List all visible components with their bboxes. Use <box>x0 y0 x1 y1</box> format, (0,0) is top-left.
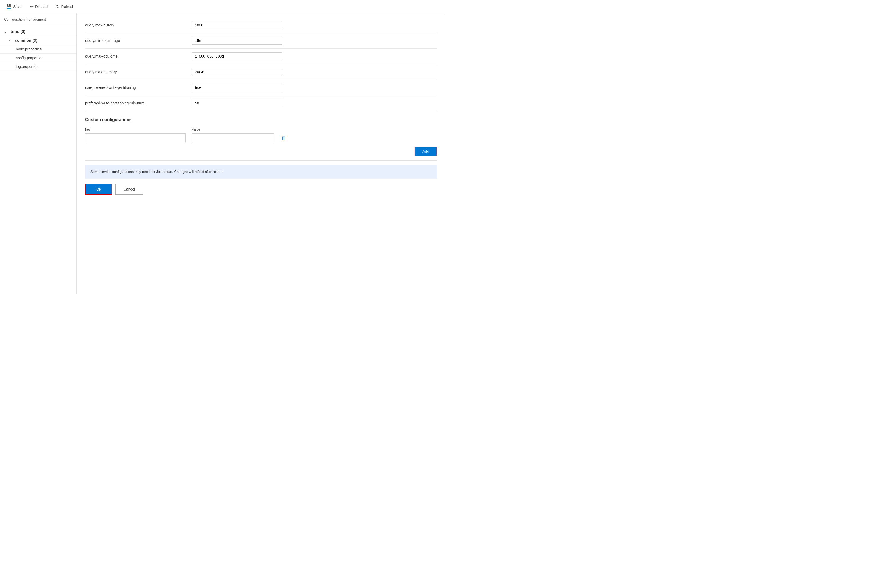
config-row: query.min-expire-age <box>85 33 437 49</box>
ok-button[interactable]: Ok <box>85 184 112 195</box>
info-banner: Some service configurations may need ser… <box>85 165 437 178</box>
custom-config-row: 🗑 <box>85 134 437 142</box>
config-key-3: query.max-memory <box>85 70 186 74</box>
tree-label-trino: trino (3) <box>11 29 26 33</box>
add-btn-row: Add <box>85 147 437 160</box>
panel-title: Configuration management <box>0 13 77 25</box>
config-key-0: query.max-history <box>85 23 186 27</box>
tree-item-common[interactable]: ∨ common (3) <box>0 36 77 45</box>
refresh-icon: ↻ <box>56 4 60 9</box>
tree-root: ∨ trino (3) ∨ common (3) node.properties… <box>0 25 77 73</box>
tree-leaf-log-properties[interactable]: log.properties <box>0 62 77 71</box>
refresh-button[interactable]: ↻ Refresh <box>54 3 76 10</box>
config-value-input-2[interactable] <box>192 52 282 60</box>
config-section: query.max-historyquery.min-expire-ageque… <box>85 13 437 195</box>
trash-icon: 🗑 <box>281 135 286 141</box>
discard-icon: ↩ <box>30 4 34 9</box>
discard-button[interactable]: ↩ Discard <box>28 3 50 10</box>
tree-leaf-config-properties[interactable]: config.properties <box>0 54 77 62</box>
config-row: query.max-memory <box>85 64 437 80</box>
main-layout: Configuration management ∨ trino (3) ∨ c… <box>0 13 446 294</box>
config-row: query.max-cpu-time <box>85 49 437 64</box>
chevron-down-icon-common: ∨ <box>9 39 13 42</box>
custom-key-input[interactable] <box>85 134 186 142</box>
left-panel: Configuration management ∨ trino (3) ∨ c… <box>0 13 77 294</box>
delete-custom-row-button[interactable]: 🗑 <box>280 134 287 142</box>
save-icon: 💾 <box>6 4 12 9</box>
config-rows-container: query.max-historyquery.min-expire-ageque… <box>85 18 437 111</box>
config-key-4: use-preferred-write-partitioning <box>85 86 186 90</box>
col-label-key: key <box>85 128 186 131</box>
custom-config-header: key value <box>85 128 437 131</box>
config-key-1: query.min-expire-age <box>85 39 186 43</box>
col-label-value: value <box>192 128 437 131</box>
tree-label-common: common (3) <box>15 38 37 42</box>
custom-config-title: Custom configurations <box>85 117 437 122</box>
cancel-button[interactable]: Cancel <box>115 184 143 195</box>
custom-value-input[interactable] <box>192 134 274 142</box>
tree-leaf-node-properties[interactable]: node.properties <box>0 45 77 54</box>
config-row: preferred-write-partitioning-min-num... <box>85 95 437 111</box>
config-value-input-3[interactable] <box>192 68 282 76</box>
config-value-input-1[interactable] <box>192 37 282 45</box>
config-row: query.max-history <box>85 18 437 33</box>
toolbar: 💾 Save ↩ Discard ↻ Refresh <box>0 0 446 13</box>
chevron-down-icon: ∨ <box>4 30 9 33</box>
custom-config-section: Custom configurations key value 🗑 <box>85 117 437 142</box>
config-value-input-0[interactable] <box>192 21 282 29</box>
tree-item-trino[interactable]: ∨ trino (3) <box>0 27 77 36</box>
save-button[interactable]: 💾 Save <box>4 3 24 10</box>
config-row: use-preferred-write-partitioning <box>85 80 437 95</box>
config-value-input-4[interactable] <box>192 84 282 92</box>
right-panel: query.max-historyquery.min-expire-ageque… <box>77 13 446 294</box>
config-value-input-5[interactable] <box>192 99 282 107</box>
config-key-5: preferred-write-partitioning-min-num... <box>85 101 186 105</box>
action-row: Ok Cancel <box>85 184 437 195</box>
add-button[interactable]: Add <box>415 147 437 156</box>
config-key-2: query.max-cpu-time <box>85 54 186 58</box>
